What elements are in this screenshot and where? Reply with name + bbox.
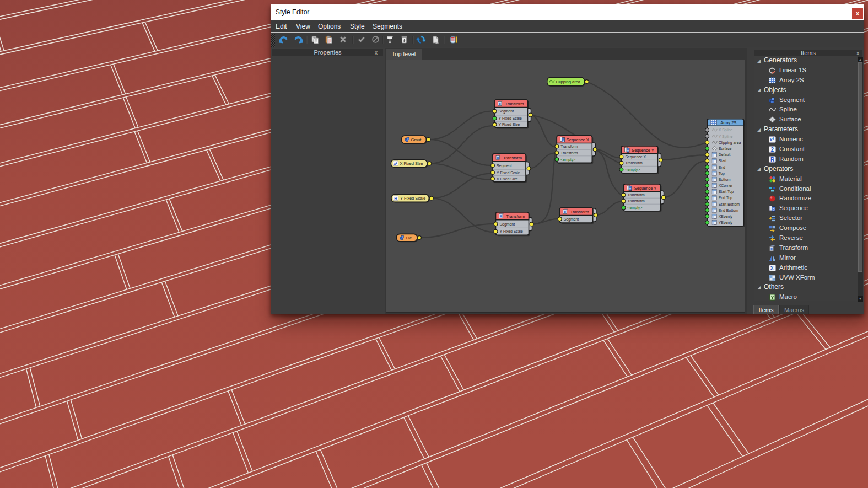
svg-text:YEvenly: YEvenly (719, 221, 733, 225)
svg-text:Surface: Surface (719, 147, 732, 151)
svg-text:Y Fixed Scale: Y Fixed Scale (497, 171, 520, 175)
svg-text:XCorner: XCorner (719, 184, 733, 187)
svg-text:X Fixed Size: X Fixed Size (400, 161, 423, 166)
svg-text:2: 2 (771, 146, 774, 152)
svg-text:<empty>: <empty> (628, 206, 643, 210)
svg-text:Sequence X: Sequence X (626, 155, 646, 159)
svg-text:<empty>: <empty> (560, 158, 575, 162)
svg-text:End: End (719, 165, 725, 169)
svg-text:X Spline: X Spline (719, 128, 733, 132)
svg-text:Transform: Transform (628, 199, 645, 203)
svg-text:Transform: Transform (570, 210, 589, 214)
svg-text:Segment: Segment (564, 217, 579, 222)
svg-text:End Top: End Top (719, 196, 732, 200)
svg-text:Y Fixed Size: Y Fixed Size (499, 122, 520, 126)
svg-text:R: R (770, 156, 775, 162)
svg-text:Y Spline: Y Spline (719, 135, 733, 139)
svg-text:Clipping area: Clipping area (719, 141, 741, 145)
svg-text:Transform: Transform (626, 161, 643, 165)
svg-text:Segment: Segment (500, 222, 515, 227)
svg-text:Array 2S: Array 2S (720, 120, 736, 125)
svg-text:Transform: Transform (506, 214, 525, 219)
svg-text:2: 2 (773, 208, 775, 212)
svg-text:Start Top: Start Top (719, 190, 734, 194)
svg-text:Default: Default (719, 153, 731, 157)
svg-text:Tile: Tile (405, 235, 412, 240)
svg-text:Top: Top (719, 171, 725, 176)
svg-text:XEvenly: XEvenly (719, 214, 733, 219)
svg-text:x²: x² (394, 162, 398, 165)
svg-text:Y Fixed Scale: Y Fixed Scale (500, 229, 524, 233)
svg-text:Bottom: Bottom (719, 178, 731, 181)
svg-text:<empty>: <empty> (626, 168, 640, 172)
svg-text:Grout: Grout (411, 137, 422, 142)
svg-text:Σ: Σ (770, 265, 774, 271)
svg-text:Transform: Transform (503, 155, 522, 160)
svg-text:x²: x² (770, 137, 774, 142)
svg-text:Clipping area: Clipping area (556, 79, 581, 84)
svg-text:Transform: Transform (560, 144, 578, 148)
svg-text:Y Fixed Scale: Y Fixed Scale (499, 116, 522, 120)
svg-text:Sequence Y: Sequence Y (634, 186, 657, 191)
svg-text:Start Bottom: Start Bottom (719, 202, 740, 206)
svg-text:Transform: Transform (628, 193, 645, 197)
svg-text:X Fixed Size: X Fixed Size (497, 177, 518, 181)
svg-text:Y Fixed Scale: Y Fixed Scale (400, 196, 425, 201)
svg-text:Transform: Transform (505, 101, 524, 106)
svg-text:Sequence Y: Sequence Y (632, 148, 654, 153)
svg-text:Sequence X: Sequence X (567, 137, 589, 142)
svg-text:Segment: Segment (497, 164, 512, 168)
svg-text:Segment: Segment (499, 109, 514, 114)
svg-text:R: R (394, 196, 397, 201)
svg-text:End Bottom: End Bottom (719, 208, 738, 212)
svg-text:Transform: Transform (560, 151, 578, 155)
svg-text:Start: Start (719, 159, 727, 163)
